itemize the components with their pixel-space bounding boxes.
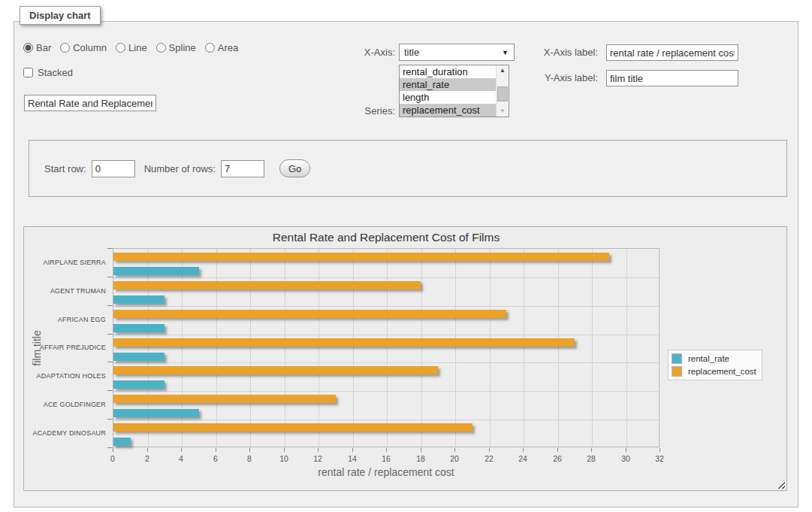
stacked-checkbox[interactable] (23, 68, 33, 77)
x-tick-label: 14 (341, 454, 364, 463)
y-axis-tick (107, 334, 113, 335)
grid-line-horizontal (113, 277, 660, 278)
x-axis-tick (352, 448, 353, 452)
category-label: ACADEMY DINOSAUR (24, 429, 106, 437)
chart-type-label-line: Line (128, 42, 147, 53)
chart-type-radio-column[interactable] (60, 43, 70, 53)
x-axis-tick (113, 448, 113, 452)
fieldset-legend-text: Display chart (29, 10, 91, 21)
grid-line-vertical (558, 249, 559, 448)
x-tick-label: 22 (478, 454, 500, 463)
bar-replacement_cost (113, 338, 575, 347)
chart-type-option-spline[interactable]: Spline (156, 42, 196, 53)
x-axis-tick (147, 448, 148, 452)
y-axis-tick (107, 447, 113, 448)
x-axis-label-input[interactable] (606, 44, 738, 61)
y-axis-tick (107, 362, 113, 362)
bar-replacement_cost (113, 281, 421, 289)
x-tick-label: 24 (512, 454, 534, 463)
grid-line-vertical (216, 249, 217, 448)
grid-line-vertical (421, 249, 422, 448)
bar-replacement_cost (113, 253, 609, 261)
x-axis-tick (421, 448, 421, 452)
y-axis-tick (107, 390, 113, 391)
scroll-down-icon[interactable]: ▼ (497, 106, 509, 117)
chart-type-radio-area[interactable] (205, 43, 215, 53)
grid-line-horizontal (113, 362, 660, 363)
x-tick-label: 8 (238, 454, 261, 463)
chart-type-radio-line[interactable] (116, 43, 125, 53)
x-tick-label: 30 (614, 454, 637, 463)
x-tick-label: 26 (546, 454, 569, 463)
chart-type-option-bar[interactable]: Bar (23, 42, 51, 53)
stacked-option[interactable]: Stacked (23, 67, 73, 78)
x-axis-tick (181, 448, 182, 452)
x-axis-title: rental rate / replacement cost (113, 466, 660, 478)
num-rows-label: Number of rows: (144, 163, 216, 174)
x-axis-label-label: X-Axis label: (495, 47, 598, 58)
chart-type-label-column: Column (73, 42, 107, 53)
series-option[interactable]: replacement_cost (400, 104, 496, 117)
bar-replacement_cost (113, 366, 438, 374)
chart-title-input[interactable] (24, 95, 156, 111)
chart-type-option-line[interactable]: Line (116, 42, 147, 53)
grid-line-vertical (318, 249, 319, 448)
grid-line-vertical (182, 249, 183, 448)
x-axis-tick (386, 448, 387, 452)
scroll-thumb[interactable] (497, 86, 508, 101)
x-tick-label: 2 (136, 454, 158, 463)
x-axis-tick (591, 448, 592, 452)
bar-rental_rate (113, 324, 165, 332)
bar-rental_rate (113, 409, 199, 417)
series-listbox[interactable]: rental_durationrental_ratelengthreplacem… (399, 65, 509, 117)
bar-rental_rate (113, 353, 165, 361)
start-row-label: Start row: (44, 163, 86, 174)
chart-type-radio-spline[interactable] (156, 43, 166, 53)
x-tick-label: 4 (170, 454, 192, 463)
bar-chart: Rental Rate and Replacement Cost of Film… (24, 227, 786, 490)
legend-label: replacement_cost (688, 367, 756, 376)
series-option[interactable]: length (400, 91, 496, 104)
series-option[interactable]: rental_duration (400, 65, 496, 78)
y-axis-label-label: Y-Axis label: (495, 72, 598, 83)
grid-line-vertical (592, 249, 593, 448)
grid-line-horizontal (113, 335, 660, 335)
chart-type-radio-bar[interactable] (23, 43, 33, 53)
grid-line-vertical (490, 249, 491, 448)
series-label: Series: (337, 105, 395, 117)
x-axis-tick (626, 448, 626, 452)
plot-area (113, 248, 660, 447)
chart-type-group: Bar Column Line Spline Area (23, 42, 244, 53)
go-button[interactable]: Go (279, 159, 310, 177)
bar-rental_rate (113, 380, 165, 389)
grid-line-horizontal (113, 306, 660, 307)
start-row-input[interactable] (92, 160, 135, 177)
grid-line-vertical (455, 249, 456, 448)
chart-type-option-area[interactable]: Area (205, 42, 238, 53)
series-option[interactable]: rental_rate (400, 78, 496, 91)
row-controls-box: Start row: Number of rows: Go (29, 140, 787, 197)
chart-type-option-column[interactable]: Column (60, 42, 107, 53)
num-rows-input[interactable] (221, 160, 264, 177)
y-axis-label-input[interactable] (606, 70, 738, 86)
x-axis-tick (660, 448, 660, 452)
grid-line-vertical (626, 249, 627, 448)
x-tick-label: 20 (443, 454, 466, 463)
x-axis-tick (318, 448, 318, 452)
bar-replacement_cost (113, 310, 506, 318)
x-axis-tick (557, 448, 558, 452)
x-axis-tick (489, 448, 490, 452)
bar-rental_rate (113, 295, 165, 304)
chart-container: Rental Rate and Replacement Cost of Film… (23, 226, 787, 491)
grid-line-vertical (250, 249, 251, 448)
grid-line-vertical (353, 249, 354, 448)
legend-label: rental_rate (688, 354, 729, 363)
x-tick-label: 32 (648, 454, 671, 463)
grid-line-vertical (387, 249, 388, 448)
bar-replacement_cost (113, 395, 336, 403)
chart-type-label-area: Area (218, 42, 238, 53)
x-axis-tick (249, 448, 250, 452)
legend-swatch-icon (672, 353, 682, 364)
x-axis-selected-value: title (404, 47, 419, 58)
legend-item: rental_rate (672, 353, 756, 364)
